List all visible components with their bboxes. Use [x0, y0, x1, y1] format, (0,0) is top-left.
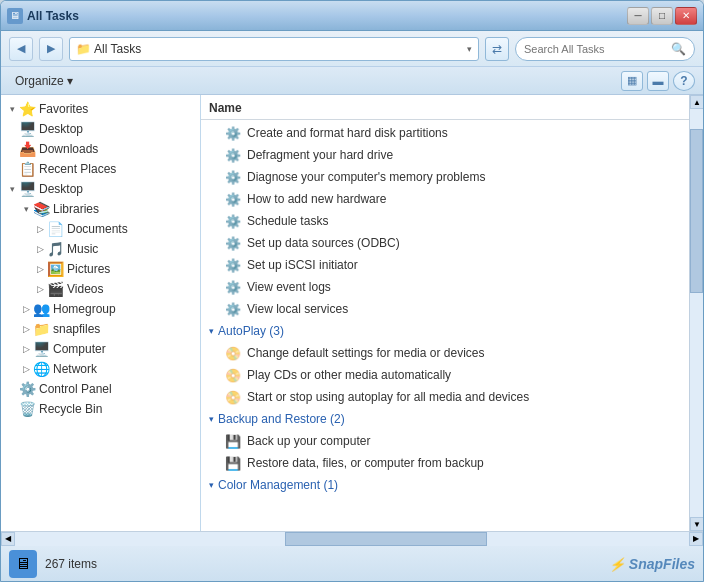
- minimize-button[interactable]: ─: [627, 7, 649, 25]
- vertical-scrollbar[interactable]: ▲ ▼: [689, 95, 703, 531]
- sidebar-item-favorites[interactable]: ▾ ⭐ Favorites: [1, 99, 200, 119]
- item-icon: ⚙️: [225, 147, 241, 163]
- sidebar-item-network[interactable]: ▷ 🌐 Network: [1, 359, 200, 379]
- scroll-right-button[interactable]: ▶: [689, 532, 703, 546]
- computer-toggle-icon: ▷: [19, 342, 33, 356]
- libraries-label: Libraries: [53, 202, 99, 216]
- sidebar-item-homegroup[interactable]: ▷ 👥 Homegroup: [1, 299, 200, 319]
- horizontal-scrollbar: ◀ ▶: [1, 531, 703, 545]
- forward-button[interactable]: ▶: [39, 37, 63, 61]
- list-item[interactable]: ⚙️ View local services: [201, 298, 689, 320]
- backup-toggle-icon: ▾: [209, 414, 214, 424]
- favorites-label: Favorites: [39, 102, 88, 116]
- scroll-left-button[interactable]: ◀: [1, 532, 15, 546]
- item-label: Start or stop using autoplay for all med…: [247, 390, 529, 404]
- section-header-backup[interactable]: ▾ Backup and Restore (2): [201, 408, 689, 430]
- libraries-toggle-icon: ▾: [19, 202, 33, 216]
- search-icon[interactable]: 🔍: [671, 42, 686, 56]
- sidebar-item-control-panel[interactable]: ⚙️ Control Panel: [1, 379, 200, 399]
- sidebar-item-recent-places[interactable]: 📋 Recent Places: [1, 159, 200, 179]
- back-button[interactable]: ◀: [9, 37, 33, 61]
- status-icon: 🖥: [9, 550, 37, 578]
- item-icon: ⚙️: [225, 191, 241, 207]
- sidebar-item-desktop[interactable]: 🖥️ Desktop: [1, 119, 200, 139]
- downloads-icon: 📥: [19, 141, 35, 157]
- list-item[interactable]: 💾 Restore data, files, or computer from …: [201, 452, 689, 474]
- pictures-toggle-icon: ▷: [33, 262, 47, 276]
- list-item[interactable]: ⚙️ Schedule tasks: [201, 210, 689, 232]
- sidebar-item-recycle-bin[interactable]: 🗑️ Recycle Bin: [1, 399, 200, 419]
- maximize-button[interactable]: □: [651, 7, 673, 25]
- item-icon: ⚙️: [225, 213, 241, 229]
- list-item[interactable]: ⚙️ Set up iSCSI initiator: [201, 254, 689, 276]
- documents-toggle-icon: ▷: [33, 222, 47, 236]
- item-label: How to add new hardware: [247, 192, 386, 206]
- item-label: Restore data, files, or computer from ba…: [247, 456, 484, 470]
- column-header-name: Name: [201, 99, 689, 120]
- sidebar-item-videos[interactable]: ▷ 🎬 Videos: [1, 279, 200, 299]
- documents-icon: 📄: [47, 221, 63, 237]
- list-item[interactable]: ⚙️ Defragment your hard drive: [201, 144, 689, 166]
- item-icon: ⚙️: [225, 279, 241, 295]
- list-item[interactable]: 💾 Back up your computer: [201, 430, 689, 452]
- section-header-color-mgmt[interactable]: ▾ Color Management (1): [201, 474, 689, 496]
- item-icon: ⚙️: [225, 169, 241, 185]
- item-count: 267 items: [45, 557, 97, 571]
- title-bar: 🖥 All Tasks ─ □ ✕: [1, 1, 703, 31]
- list-item[interactable]: 📀 Change default settings for media or d…: [201, 342, 689, 364]
- snapfiles-toggle-icon: ▷: [19, 322, 33, 336]
- view-tiles-button[interactable]: ▦: [621, 71, 643, 91]
- list-item[interactable]: ⚙️ Diagnose your computer's memory probl…: [201, 166, 689, 188]
- pictures-icon: 🖼️: [47, 261, 63, 277]
- window-icon: 🖥: [7, 8, 23, 24]
- scroll-thumb[interactable]: [690, 129, 703, 292]
- organize-label: Organize: [15, 74, 64, 88]
- list-item[interactable]: 📀 Start or stop using autoplay for all m…: [201, 386, 689, 408]
- list-item[interactable]: 📀 Play CDs or other media automatically: [201, 364, 689, 386]
- organize-toolbar: Organize ▾ ▦ ▬ ?: [1, 67, 703, 95]
- close-button[interactable]: ✕: [675, 7, 697, 25]
- sidebar-item-snapfiles[interactable]: ▷ 📁 snapfiles: [1, 319, 200, 339]
- address-folder-icon: 📁: [76, 42, 90, 56]
- window-controls: ─ □ ✕: [627, 7, 697, 25]
- refresh-button[interactable]: ⇄: [485, 37, 509, 61]
- search-input[interactable]: [524, 43, 667, 55]
- address-input[interactable]: [94, 42, 463, 56]
- recent-places-label: Recent Places: [39, 162, 116, 176]
- sidebar-item-pictures[interactable]: ▷ 🖼️ Pictures: [1, 259, 200, 279]
- title-bar-left: 🖥 All Tasks: [7, 8, 627, 24]
- sidebar-item-desktop-root[interactable]: ▾ 🖥️ Desktop: [1, 179, 200, 199]
- sidebar-item-libraries[interactable]: ▾ 📚 Libraries: [1, 199, 200, 219]
- help-button[interactable]: ?: [673, 71, 695, 91]
- item-icon: 📀: [225, 389, 241, 405]
- item-icon: 📀: [225, 345, 241, 361]
- desktop-icon: 🖥️: [19, 121, 35, 137]
- address-dropdown-icon[interactable]: ▾: [467, 44, 472, 54]
- address-bar: 📁 ▾: [69, 37, 479, 61]
- sidebar-item-documents[interactable]: ▷ 📄 Documents: [1, 219, 200, 239]
- sidebar-item-downloads[interactable]: 📥 Downloads: [1, 139, 200, 159]
- organize-button[interactable]: Organize ▾: [9, 72, 79, 90]
- window-title: All Tasks: [27, 9, 79, 23]
- scroll-down-button[interactable]: ▼: [690, 517, 703, 531]
- sidebar-item-computer[interactable]: ▷ 🖥️ Computer: [1, 339, 200, 359]
- section-header-autoplay[interactable]: ▾ AutoPlay (3): [201, 320, 689, 342]
- list-item[interactable]: ⚙️ View event logs: [201, 276, 689, 298]
- pictures-label: Pictures: [67, 262, 110, 276]
- control-panel-icon: ⚙️: [19, 381, 35, 397]
- h-scroll-thumb[interactable]: [285, 532, 487, 546]
- sidebar-item-music[interactable]: ▷ 🎵 Music: [1, 239, 200, 259]
- view-list-button[interactable]: ▬: [647, 71, 669, 91]
- recent-places-icon: 📋: [19, 161, 35, 177]
- item-icon: ⚙️: [225, 301, 241, 317]
- list-item[interactable]: ⚙️ Set up data sources (ODBC): [201, 232, 689, 254]
- list-item[interactable]: ⚙️ Create and format hard disk partition…: [201, 122, 689, 144]
- scroll-up-button[interactable]: ▲: [690, 95, 703, 109]
- left-panel: ▾ ⭐ Favorites 🖥️ Desktop 📥 Downloads 📋 R…: [1, 95, 201, 531]
- homegroup-label: Homegroup: [53, 302, 116, 316]
- favorites-star-icon: ⭐: [19, 101, 35, 117]
- list-item[interactable]: ⚙️ How to add new hardware: [201, 188, 689, 210]
- videos-icon: 🎬: [47, 281, 63, 297]
- libraries-icon: 📚: [33, 201, 49, 217]
- desktop-root-label: Desktop: [39, 182, 83, 196]
